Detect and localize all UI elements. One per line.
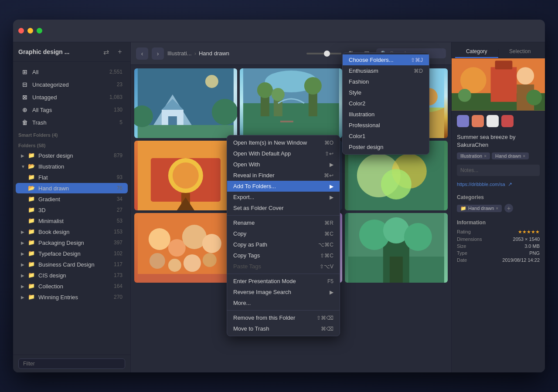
submenu-choose-folders-item[interactable]: Choose Folders... ⇧⌘J xyxy=(343,54,429,65)
chevron-right-typeface-icon: ▶ xyxy=(21,251,26,256)
meta-title: Summer sea breeze by SakuraChen xyxy=(452,132,545,152)
ctx-set-folder-cover[interactable]: Set as Folder Cover xyxy=(227,203,340,213)
grid-item-2[interactable] xyxy=(240,68,343,138)
tab-selection[interactable]: Selection xyxy=(499,46,542,58)
sub-folder-icon-hand-drawn: 📂 xyxy=(28,185,35,192)
submenu-professional[interactable]: Professional xyxy=(343,120,429,131)
sidebar-item-all-tags[interactable]: ⊕ All Tags 130 xyxy=(16,104,128,116)
submenu-fashion[interactable]: Fashion xyxy=(343,76,429,87)
add-library-button[interactable]: + xyxy=(115,47,125,57)
folders-label: Folders (58) xyxy=(13,139,130,150)
submenu-poster-design[interactable]: Poster design xyxy=(343,142,429,152)
folder-packaging-design[interactable]: ▶ 📁 Packaging Design 397 xyxy=(16,237,128,248)
notes-placeholder[interactable]: Notes... xyxy=(457,165,540,176)
external-link-icon[interactable]: ↗ xyxy=(508,181,512,187)
swatch-purple[interactable] xyxy=(457,115,469,127)
sidebar-item-trash[interactable]: 🗑 Trash 5 xyxy=(16,116,128,128)
folder-label-poster-design: Poster design xyxy=(38,152,112,159)
folder-winning-entries[interactable]: ▶ 📁 Winning Entries 270 xyxy=(16,292,128,302)
folder-label-minimalist: Minimalist xyxy=(38,218,115,224)
ctx-open-with[interactable]: Open With ▶ xyxy=(227,159,340,170)
minimize-button[interactable] xyxy=(27,28,33,34)
ctx-rename[interactable]: Rename ⌘R xyxy=(227,217,340,228)
grid-item-9[interactable] xyxy=(345,213,448,283)
ctx-add-to-folders[interactable]: Add To Folders... ▶ xyxy=(227,181,340,192)
tag-remove-illustration[interactable]: × xyxy=(484,154,487,159)
breadcrumb-separator: › xyxy=(194,50,196,57)
tag-remove-hand-drawn[interactable]: × xyxy=(523,154,525,159)
info-row-size: Size 3.0 MB xyxy=(457,243,540,250)
titlebar xyxy=(13,20,545,42)
info-label-type: Type xyxy=(457,250,467,256)
ctx-shortcut-open-default-app: ⇧↩ xyxy=(325,151,333,157)
ctx-reverse-image-search[interactable]: Reverse Image Search ▶ xyxy=(227,287,340,297)
switch-library-button[interactable]: ⇄ xyxy=(101,47,111,57)
svg-rect-18 xyxy=(280,121,293,122)
slider-track[interactable] xyxy=(306,53,341,54)
folder-business-card-design[interactable]: ▶ 📁 Business Card Design 117 xyxy=(16,259,128,270)
sidebar: Graphic design ... ⇄ + ⊞ All 2,551 ⊟ Unc… xyxy=(13,42,131,372)
tab-category[interactable]: Category xyxy=(455,46,498,58)
folder-count-3d: 27 xyxy=(117,207,122,213)
submenu-label-professional: Professional xyxy=(349,122,380,128)
folder-poster-design[interactable]: ▶ 📁 Poster design 879 xyxy=(16,150,128,161)
folder-gradient[interactable]: 📁 Gradient 34 xyxy=(16,194,128,204)
grid-item-1[interactable] xyxy=(134,68,237,138)
svg-rect-70 xyxy=(495,61,513,69)
categories-section-title: Categories xyxy=(452,191,545,202)
add-category-button[interactable]: + xyxy=(504,204,513,213)
folder-count-typeface-design: 102 xyxy=(114,250,122,257)
submenu-color1[interactable]: Color1 xyxy=(343,131,429,142)
preview-image xyxy=(452,58,545,111)
filter-input[interactable] xyxy=(18,358,125,369)
submenu-enthusiasm[interactable]: Enthusiasm ⌘D xyxy=(343,65,429,76)
grid-size-slider[interactable] xyxy=(306,53,341,54)
folder-typeface-design[interactable]: ▶ 📁 Typeface Design 102 xyxy=(16,248,128,259)
category-remove-hand-drawn[interactable]: × xyxy=(496,206,498,211)
maximize-button[interactable] xyxy=(37,28,42,34)
grid-item-7[interactable] xyxy=(134,213,237,283)
forward-button[interactable]: › xyxy=(152,47,164,60)
ctx-label-copy-as-path: Copy as Path xyxy=(233,241,267,248)
ctx-open-default-app[interactable]: Open With Default App ⇧↩ xyxy=(227,148,340,159)
ctx-remove-from-folder[interactable]: Remove from this Folder ⇧⌘⌫ xyxy=(227,312,340,323)
back-button[interactable]: ‹ xyxy=(136,47,148,60)
ctx-copy-as-path[interactable]: Copy as Path ⌥⌘C xyxy=(227,239,340,250)
ctx-copy[interactable]: Copy ⌘C xyxy=(227,228,340,239)
folder-illustration[interactable]: ▼ 📂 Illustration xyxy=(16,161,128,172)
swatch-red[interactable] xyxy=(501,115,514,127)
ctx-paste-tags: Paste Tags ⇧⌥V xyxy=(227,261,340,272)
swatch-white[interactable] xyxy=(487,115,499,127)
submenu-style[interactable]: Style xyxy=(343,87,429,98)
sub-folder-icon-flat: 📁 xyxy=(28,174,35,181)
folder-collection[interactable]: ▶ 📁 Collection 164 xyxy=(16,281,128,291)
folder-book-design[interactable]: ▶ 📁 Book design 153 xyxy=(16,226,128,237)
folder-hand-drawn[interactable]: 📂 Hand drawn 76 xyxy=(16,183,128,193)
close-button[interactable] xyxy=(18,28,24,34)
swatch-orange[interactable] xyxy=(472,115,484,127)
svg-point-74 xyxy=(526,90,542,105)
submenu-illustration[interactable]: Illustration xyxy=(343,109,429,120)
folder-flat[interactable]: 📁 Flat 93 xyxy=(16,172,128,182)
folder-cis-design[interactable]: ▶ 📁 CIS design 173 xyxy=(16,270,128,280)
sidebar-item-uncategorized[interactable]: ⊟ Uncategorized 23 xyxy=(16,78,128,91)
ctx-reveal-finder[interactable]: Reveal in Finder ⌘↩ xyxy=(227,170,340,181)
sidebar-item-untagged[interactable]: ⊠ Untagged 1,083 xyxy=(16,91,128,103)
folder-3d[interactable]: 📁 3D 27 xyxy=(16,205,128,215)
folder-label-gradient: Gradient xyxy=(38,196,115,203)
ctx-presentation-mode[interactable]: Enter Presentation Mode F5 xyxy=(227,276,340,287)
ctx-copy-tags[interactable]: Copy Tags ⇧⌘C xyxy=(227,250,340,261)
submenu-color2[interactable]: Color2 xyxy=(343,98,429,109)
ctx-more[interactable]: More... xyxy=(227,297,340,308)
folder-minimalist[interactable]: 📁 Minimalist 53 xyxy=(16,216,128,226)
sidebar-item-all[interactable]: ⊞ All 2,551 xyxy=(16,66,128,78)
sidebar-list: ⊞ All 2,551 ⊟ Uncategorized 23 ⊠ Untagge… xyxy=(13,62,130,355)
ctx-open-new-window[interactable]: Open Item(s) in New Window ⌘O xyxy=(227,137,340,148)
grid-item-4[interactable] xyxy=(134,141,237,210)
ctx-shortcut-reveal-finder: ⌘↩ xyxy=(324,172,333,179)
breadcrumb: Illustrati... › Hand drawn xyxy=(167,50,303,57)
ctx-move-to-trash[interactable]: Move to Trash ⌘⌫ xyxy=(227,323,340,334)
ctx-export[interactable]: Export... ▶ xyxy=(227,192,340,203)
folder-count-flat: 93 xyxy=(117,174,122,180)
slider-thumb xyxy=(324,51,330,57)
